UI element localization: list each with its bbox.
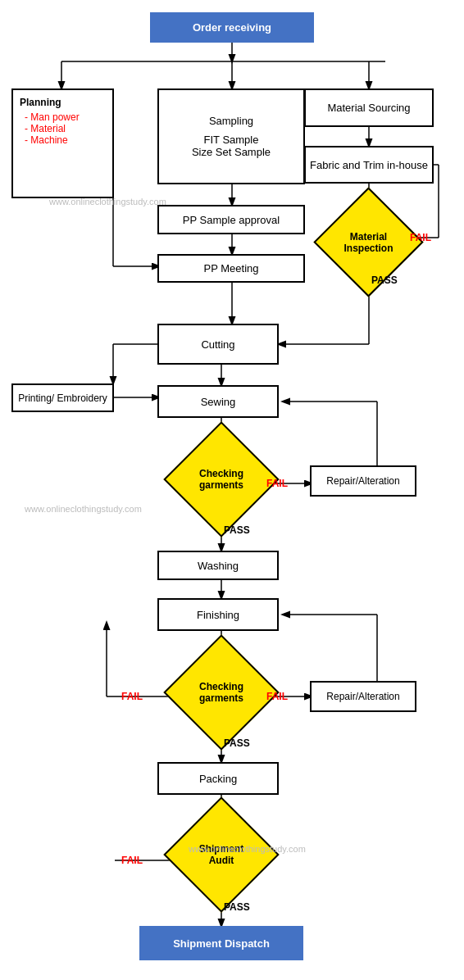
material-inspection-pass-label: PASS [371, 274, 398, 286]
repair2-box: Repair/Alteration [310, 681, 416, 712]
repair1-box: Repair/Alteration [310, 465, 416, 497]
shipment-audit-fail-label: FAIL [121, 855, 143, 866]
pp-meeting-label: PP Meeting [204, 262, 259, 274]
shipment-dispatch-box: Shipment Dispatch [139, 926, 303, 960]
shipment-dispatch-label: Shipment Dispatch [173, 937, 270, 950]
fabric-trim-label: Fabric and Trim in-house [310, 159, 428, 171]
checking2-diamond: Checkinggarments [163, 634, 279, 750]
shipment-audit-diamond: ShipmentAudit [163, 796, 279, 912]
repair1-label: Repair/Alteration [326, 475, 399, 487]
packing-box: Packing [157, 762, 279, 795]
checking2-label: Checkinggarments [184, 681, 258, 704]
finishing-label: Finishing [197, 609, 239, 621]
packing-label: Packing [199, 773, 237, 785]
flowchart: Order receiving Planning - Man power - M… [0, 0, 464, 980]
planning-label: Planning - Man power - Material - Machin… [20, 97, 80, 146]
planning-box: Planning - Man power - Material - Machin… [11, 88, 114, 198]
repair2-label: Repair/Alteration [326, 691, 399, 702]
checking1-diamond: Checkinggarments [163, 421, 279, 537]
shipment-audit-label: ShipmentAudit [184, 843, 258, 866]
washing-label: Washing [198, 560, 239, 572]
checking2-pass-label: PASS [224, 737, 250, 749]
sampling-box: Sampling FIT Sample Size Set Sample [157, 88, 305, 184]
printing-box: Printing/ Embroidery [11, 383, 114, 412]
checking2-fail-label: FAIL [266, 691, 288, 702]
pp-sample-label: PP Sample approval [183, 214, 280, 226]
checking1-fail-label: FAIL [266, 478, 288, 489]
shipment-audit-pass-label: PASS [224, 901, 250, 913]
fabric-trim-box: Fabric and Trim in-house [304, 146, 434, 184]
material-inspection-fail-label: FAIL [410, 232, 431, 243]
cutting-box: Cutting [157, 324, 279, 365]
checking1-pass-label: PASS [224, 524, 250, 536]
material-inspection-label: MaterialInspection [332, 231, 406, 254]
order-receiving-box: Order receiving [150, 12, 314, 43]
pp-meeting-box: PP Meeting [157, 254, 305, 283]
cutting-label: Cutting [201, 338, 234, 351]
watermark-2: www.onlineclothingstudy.com [25, 504, 142, 514]
pp-sample-box: PP Sample approval [157, 205, 305, 234]
material-inspection-diamond: MaterialInspection [313, 187, 423, 297]
checking1-label: Checkinggarments [184, 468, 258, 491]
order-receiving-label: Order receiving [193, 21, 271, 34]
printing-label: Printing/ Embroidery [18, 392, 107, 404]
checking2-fail-left-label: FAIL [121, 691, 143, 702]
washing-box: Washing [157, 551, 279, 580]
sewing-box: Sewing [157, 385, 279, 418]
sampling-label: Sampling FIT Sample Size Set Sample [192, 115, 271, 158]
material-sourcing-label: Material Sourcing [327, 102, 410, 114]
finishing-box: Finishing [157, 598, 279, 631]
sewing-label: Sewing [201, 396, 236, 408]
material-sourcing-box: Material Sourcing [304, 88, 434, 127]
